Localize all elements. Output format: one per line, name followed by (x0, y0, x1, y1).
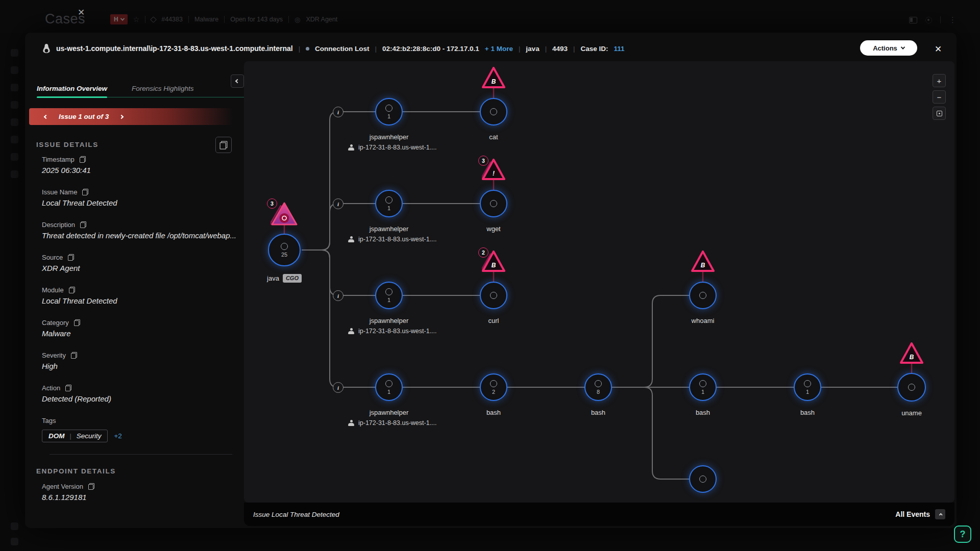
fit-view-icon (937, 111, 942, 116)
actions-button[interactable]: Actions (860, 40, 917, 56)
case-id-link[interactable]: 111 (614, 45, 625, 53)
node-label-java: javaCGO (244, 274, 340, 283)
nav-rail-icon[interactable] (11, 49, 18, 57)
process-node-jsph3[interactable]: 1 (375, 282, 403, 309)
info-icon[interactable]: i (333, 382, 344, 393)
next-issue-button[interactable] (119, 114, 124, 118)
copy-icon[interactable] (88, 483, 94, 490)
node-label-jsph4: jspawnhelper (333, 409, 445, 416)
process-node-java[interactable]: 25 (268, 234, 301, 266)
layout-icon[interactable] (909, 17, 917, 23)
process-node-curl[interactable] (480, 282, 507, 309)
severity-badge[interactable]: H (110, 14, 128, 24)
process-icon (385, 380, 393, 387)
field-agent-version: Agent Version 8.6.1.129181 (42, 482, 116, 502)
process-node-wget[interactable] (480, 190, 507, 217)
process-node-whoami[interactable] (689, 282, 717, 309)
case-detail-overlay: us-west-1.compute.internal\ip-172-31-8-8… (25, 33, 957, 528)
copy-icon[interactable] (80, 221, 86, 228)
event-count: 1 (387, 297, 390, 303)
tag-chip[interactable]: DOM | Security (42, 430, 108, 442)
more-link[interactable]: + 1 More (485, 45, 513, 53)
alert-triangle-cat[interactable]: B (482, 67, 505, 88)
node-label-jsph1: jspawnhelper (333, 133, 445, 141)
alert-triangle-whoami[interactable]: B (691, 251, 715, 272)
copy-icon[interactable] (68, 254, 74, 261)
process-node-uname[interactable] (897, 373, 926, 402)
copy-icon[interactable] (80, 156, 86, 163)
info-icon[interactable]: i (333, 198, 344, 209)
case-id-label: Case ID: (580, 45, 608, 53)
info-icon[interactable]: i (333, 290, 344, 301)
tags-more-link[interactable]: +2 (114, 432, 121, 440)
process-node-cat[interactable] (480, 98, 507, 126)
nav-rail-icon[interactable] (11, 538, 18, 545)
node-host-jsph3: ip-172-31-8-83.us-west-1.... (348, 328, 437, 335)
gear-icon[interactable] (925, 17, 932, 23)
background-close-icon[interactable]: ✕ (78, 7, 85, 18)
node-host-jsph2: ip-172-31-8-83.us-west-1.... (348, 236, 437, 243)
nav-rail-icon[interactable] (11, 522, 18, 530)
zoom-out-button[interactable]: − (933, 90, 946, 104)
chevron-up-icon (939, 513, 942, 516)
alert-triangle-uname[interactable]: B (900, 342, 923, 364)
nav-rail-icon[interactable] (11, 170, 18, 178)
help-button[interactable]: ? (954, 525, 971, 543)
zoom-in-button[interactable]: + (933, 74, 946, 87)
chevron-down-icon (901, 45, 905, 49)
previous-issue-button[interactable] (44, 114, 48, 118)
copy-all-button[interactable] (215, 137, 232, 153)
copy-icon[interactable] (74, 319, 80, 326)
issue-navigator: Issue 1 out of 3 (29, 108, 233, 125)
process-node-bash8[interactable]: 8 (584, 373, 612, 401)
nav-rail-icon[interactable] (11, 84, 18, 91)
tab-information-overview[interactable]: Information Overview (37, 85, 107, 92)
chevron-left-icon (235, 79, 239, 83)
node-label-bash1b: bash (751, 409, 864, 416)
field-category: CategoryMalware (42, 318, 232, 351)
process-icon (490, 380, 497, 387)
process-node-child[interactable] (689, 465, 717, 493)
tag-security: Security (77, 432, 102, 440)
footer-issue-label: Issue Local Threat Detected (253, 511, 339, 518)
process-node-bash1a[interactable]: 1 (689, 373, 717, 401)
process-node-jsph1[interactable]: 1 (375, 98, 403, 126)
process-node-bash2[interactable]: 2 (480, 373, 507, 401)
copy-icon[interactable] (69, 287, 75, 293)
info-icon[interactable]: i (333, 107, 344, 117)
copy-icon[interactable] (82, 189, 88, 195)
tab-forensics-highlights[interactable]: Forensics Highlights (132, 85, 194, 92)
kebab-menu-icon[interactable]: ⋮ (949, 15, 957, 24)
copy-icon[interactable] (65, 385, 71, 391)
event-count: 8 (597, 389, 600, 395)
panel-collapse-button[interactable] (231, 74, 244, 88)
fit-view-button[interactable] (933, 107, 946, 120)
events-footer: Issue Local Threat Detected All Events (244, 503, 954, 526)
process-icon (699, 475, 706, 483)
alert-triangle-java[interactable]: 3 (271, 202, 298, 226)
alert-count-badge: 3 (478, 156, 488, 166)
field-action: ActionDetected (Reported) (42, 384, 232, 416)
nav-rail-icon[interactable] (11, 153, 18, 161)
process-graph[interactable]: + − iiii325javaCGO1jspawnhelperip-172-31… (244, 61, 954, 503)
copy-icon[interactable] (71, 352, 77, 359)
nav-rail-icon[interactable] (11, 136, 18, 143)
case-category: Malware (194, 16, 218, 23)
nav-rail-icon[interactable] (11, 101, 18, 109)
process-node-bash1b[interactable]: 1 (794, 373, 821, 401)
collapse-events-button[interactable] (935, 509, 945, 519)
overlay-close-button[interactable]: ✕ (932, 42, 945, 56)
process-node-jsph2[interactable]: 1 (375, 190, 403, 217)
process-node-jsph4[interactable]: 1 (375, 373, 403, 401)
event-count: 1 (387, 206, 390, 211)
node-label-whoami: whoami (647, 317, 759, 324)
field-timestamp: Timestamp2025 06:30:41 (42, 155, 232, 188)
nav-rail-icon[interactable] (11, 66, 18, 74)
node-label-uname: uname (855, 409, 954, 417)
nav-rail-icon[interactable] (11, 118, 18, 126)
alert-triangle-wget[interactable]: !3 (482, 159, 505, 180)
alert-triangle-curl[interactable]: B2 (482, 251, 505, 272)
svg-text:!: ! (493, 170, 495, 177)
tag-icon[interactable] (150, 16, 157, 23)
star-icon[interactable]: ☆ (133, 15, 140, 23)
